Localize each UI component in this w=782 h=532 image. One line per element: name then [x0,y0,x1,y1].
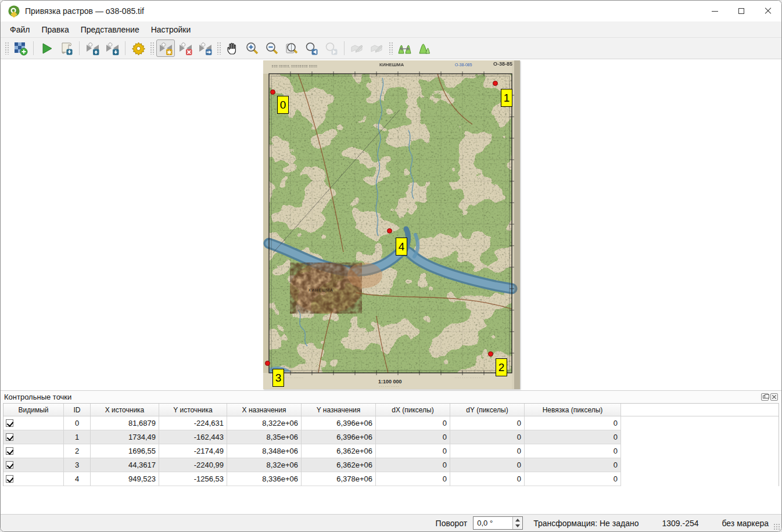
full-histogram-stretch-button[interactable] [395,39,414,57]
zoom-out-button[interactable] [263,39,281,57]
gcp-point-4[interactable] [387,228,392,233]
cell-y-src[interactable]: -2240,99 [159,458,227,472]
spin-down-button[interactable] [513,523,522,530]
menu-settings[interactable]: Настройки [145,23,197,36]
col-residual[interactable]: Невязка (пикселы) [525,404,621,416]
add-point-button[interactable] [156,39,175,57]
zoom-last-button[interactable] [302,39,321,57]
col-y-dst[interactable]: Y назначения [302,404,376,416]
gcp-row-2[interactable]: 2 1696,55 -2174,49 8,348e+06 6,362e+06 0… [3,444,779,458]
cell-x-dst[interactable]: 8,322e+06 [227,416,302,430]
menu-file[interactable]: Файл [4,23,35,36]
cell-x-src[interactable]: 1734,49 [91,430,159,444]
save-gcp-points-button[interactable] [103,39,121,57]
start-georeferencing-button[interactable] [37,39,56,57]
col-x-dst[interactable]: X назначения [227,404,302,416]
toolbar-drag-handle[interactable] [150,42,154,55]
cell-dx[interactable]: 0 [376,458,450,472]
col-x-src[interactable]: X источника [91,404,159,416]
pan-button[interactable] [223,39,242,57]
spin-up-button[interactable] [513,517,522,523]
cell-dy[interactable]: 0 [450,458,525,472]
zoom-to-layer-button[interactable] [282,39,301,57]
cell-dx[interactable]: 0 [376,416,450,430]
toolbar-drag-handle[interactable] [5,42,9,55]
local-histogram-stretch-button[interactable] [415,39,433,57]
cell-y-src[interactable]: -1256,53 [159,472,227,486]
col-dx[interactable]: dX (пикселы) [376,404,450,416]
cell-y-dst[interactable]: 6,396e+06 [302,430,376,444]
generate-gdal-script-button[interactable] [57,39,76,57]
cell-residual[interactable]: 0 [525,472,621,486]
cell-y-src[interactable]: -2174,49 [159,444,227,458]
raster-map[interactable]: КИНЕШМА [263,60,520,389]
gcp-point-1[interactable] [493,81,498,86]
menu-edit[interactable]: Правка [35,23,74,36]
zoom-in-button[interactable] [243,39,261,57]
zoom-next-button[interactable] [322,39,340,57]
gcp-row-0[interactable]: 0 81,6879 -224,631 8,322e+06 6,396e+06 0… [3,416,779,430]
resize-grip[interactable] [773,523,780,530]
toolbar-drag-handle[interactable] [217,42,221,55]
delete-point-button[interactable] [176,39,195,57]
menu-view[interactable]: Представление [75,23,145,36]
move-point-button[interactable] [196,39,214,57]
visible-checkbox[interactable] [6,475,13,483]
link-georeferencer-to-qgis-button[interactable] [348,39,367,57]
cell-id[interactable]: 1 [64,430,91,444]
col-dy[interactable]: dY (пикселы) [450,404,525,416]
cell-y-dst[interactable]: 6,396e+06 [302,416,376,430]
cell-residual[interactable]: 0 [525,430,621,444]
gcp-row-3[interactable]: 3 44,3617 -2240,99 8,32e+06 6,362e+06 0 … [3,458,779,472]
cell-x-src[interactable]: 1696,55 [91,444,159,458]
open-raster-button[interactable] [11,39,30,57]
cell-y-dst[interactable]: 6,362e+06 [302,444,376,458]
cell-dx[interactable]: 0 [376,472,450,486]
gcp-row-4[interactable]: 4 949,523 -1256,53 8,336e+06 6,378e+06 0… [3,472,779,486]
cell-dx[interactable]: 0 [376,444,450,458]
cell-id[interactable]: 4 [64,472,91,486]
cell-y-src[interactable]: -162,443 [159,430,227,444]
gcp-point-0[interactable] [270,89,275,95]
cell-dy[interactable]: 0 [450,416,525,430]
minimize-button[interactable] [701,1,728,21]
cell-x-src[interactable]: 44,3617 [91,458,159,472]
cell-y-src[interactable]: -224,631 [159,416,227,430]
map-canvas[interactable]: КИНЕШМА [1,59,781,390]
cell-residual[interactable]: 0 [525,458,621,472]
cell-y-dst[interactable]: 6,378e+06 [302,472,376,486]
cell-x-dst[interactable]: 8,35e+06 [227,430,302,444]
cell-x-src[interactable]: 949,523 [91,472,159,486]
cell-dy[interactable]: 0 [450,444,525,458]
close-button[interactable] [755,1,781,21]
gcp-point-3[interactable] [265,361,270,366]
gcp-panel-titlebar[interactable]: Контрольные точки [1,391,781,403]
rotation-spinbox[interactable]: 0,0 ° [473,516,523,530]
visible-checkbox[interactable] [6,461,13,469]
load-gcp-points-button[interactable] [83,39,102,57]
cell-y-dst[interactable]: 6,362e+06 [302,458,376,472]
cell-id[interactable]: 2 [64,444,91,458]
cell-dx[interactable]: 0 [376,430,450,444]
col-visible[interactable]: Видимый [3,404,64,416]
cell-dy[interactable]: 0 [450,472,525,486]
link-qgis-to-georeferencer-button[interactable] [368,39,386,57]
transformation-settings-button[interactable] [129,39,148,57]
panel-close-button[interactable] [770,393,778,401]
cell-dy[interactable]: 0 [450,430,525,444]
visible-checkbox[interactable] [6,447,13,455]
toolbar-drag-handle[interactable] [389,42,393,55]
panel-float-button[interactable] [761,393,769,401]
cell-x-dst[interactable]: 8,32e+06 [227,458,302,472]
cell-id[interactable]: 3 [64,458,91,472]
gcp-row-1[interactable]: 1 1734,49 -162,443 8,35e+06 6,396e+06 0 … [3,430,779,444]
cell-residual[interactable]: 0 [525,444,621,458]
col-y-src[interactable]: Y источника [159,404,227,416]
cell-x-dst[interactable]: 8,336e+06 [227,472,302,486]
cell-id[interactable]: 0 [64,416,91,430]
rotation-value[interactable]: 0,0 ° [473,517,512,529]
maximize-button[interactable] [728,1,755,21]
gcp-point-2[interactable] [488,351,493,357]
cell-x-dst[interactable]: 8,348e+06 [227,444,302,458]
visible-checkbox[interactable] [6,419,13,427]
